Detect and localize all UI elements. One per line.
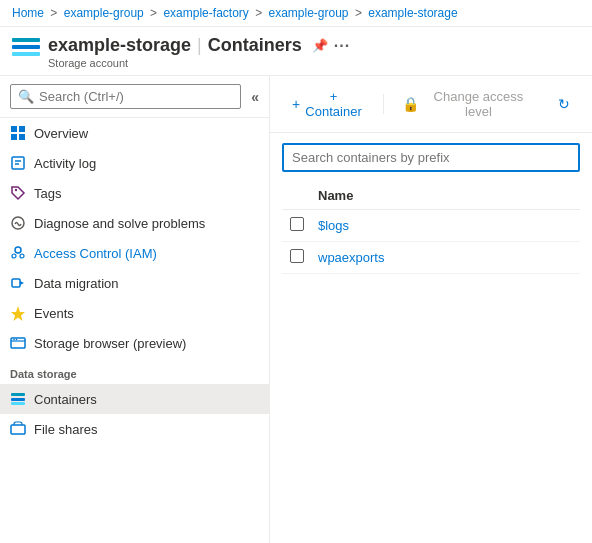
pin-icon[interactable]: 📌: [312, 38, 328, 53]
svg-rect-12: [12, 279, 20, 287]
storage-browser-icon: [10, 335, 26, 351]
search-icon: 🔍: [18, 89, 34, 104]
svg-rect-17: [11, 425, 25, 434]
sidebar-item-file-shares[interactable]: File shares: [0, 414, 269, 444]
page-header: example-storage | Containers 📌 ··· Stora…: [0, 27, 592, 76]
lock-icon: 🔒: [402, 96, 419, 112]
access-control-icon: [10, 245, 26, 261]
main-content: + + Container 🔒 Change access level ↻ Na…: [270, 76, 592, 543]
table-header: Name: [282, 182, 580, 210]
title-separator: |: [197, 35, 202, 56]
row-checkbox[interactable]: [290, 217, 318, 234]
file-shares-icon: [10, 421, 26, 437]
svg-rect-2: [11, 134, 17, 140]
change-access-button[interactable]: 🔒 Change access level: [392, 84, 544, 124]
breadcrumb: Home > example-group > example-factory >…: [0, 0, 592, 27]
breadcrumb-factory[interactable]: example-factory: [163, 6, 248, 20]
sidebar-item-containers[interactable]: Containers: [0, 384, 269, 414]
container-name[interactable]: wpaexports: [318, 250, 572, 265]
more-icon[interactable]: ···: [334, 37, 350, 55]
header-title-group: example-storage | Containers 📌 ··· Stora…: [48, 35, 350, 69]
sidebar-item-label: Overview: [34, 126, 88, 141]
diagnose-icon: [10, 215, 26, 231]
breadcrumb-group2[interactable]: example-group: [269, 6, 349, 20]
svg-rect-4: [12, 157, 24, 169]
containers-title: Containers: [208, 35, 302, 56]
svg-rect-1: [19, 126, 25, 132]
sidebar-item-label: Access Control (IAM): [34, 246, 157, 261]
add-icon: +: [292, 96, 300, 112]
sidebar-item-label: Events: [34, 306, 74, 321]
sidebar-item-access-control[interactable]: Access Control (IAM): [0, 238, 269, 268]
breadcrumb-home[interactable]: Home: [12, 6, 44, 20]
svg-rect-0: [11, 126, 17, 132]
main-layout: 🔍 « Overview Activity log: [0, 76, 592, 543]
checkbox-icon[interactable]: [290, 217, 304, 231]
table-row[interactable]: $logs: [282, 210, 580, 242]
content-area: Name $logs wpaexports: [270, 133, 592, 543]
sidebar-item-data-migration[interactable]: Data migration: [0, 268, 269, 298]
sidebar-item-label: Data migration: [34, 276, 119, 291]
overview-icon: [10, 125, 26, 141]
toolbar: + + Container 🔒 Change access level ↻: [270, 76, 592, 133]
sidebar-item-label: Containers: [34, 392, 97, 407]
sidebar-item-label: Storage browser (preview): [34, 336, 186, 351]
storage-icon: [12, 38, 40, 66]
refresh-button[interactable]: ↻: [548, 91, 580, 117]
refresh-icon: ↻: [558, 96, 570, 112]
row-checkbox[interactable]: [290, 249, 318, 266]
data-storage-section-label: Data storage: [0, 358, 269, 384]
sidebar-item-label: Activity log: [34, 156, 96, 171]
svg-point-15: [13, 339, 15, 341]
collapse-sidebar-button[interactable]: «: [251, 89, 259, 105]
sidebar-item-activity-log[interactable]: Activity log: [0, 148, 269, 178]
breadcrumb-group1[interactable]: example-group: [64, 6, 144, 20]
svg-point-11: [20, 254, 24, 258]
svg-point-16: [16, 339, 18, 341]
containers-icon: [10, 391, 26, 407]
activity-log-icon: [10, 155, 26, 171]
add-container-button[interactable]: + + Container: [282, 84, 375, 124]
sidebar-item-label: Tags: [34, 186, 61, 201]
nav-list: Overview Activity log Tags: [0, 118, 269, 543]
add-container-label: + Container: [302, 89, 365, 119]
data-migration-icon: [10, 275, 26, 291]
toolbar-separator: [383, 94, 384, 114]
svg-point-10: [12, 254, 16, 258]
sidebar-item-overview[interactable]: Overview: [0, 118, 269, 148]
storage-name: example-storage: [48, 35, 191, 56]
change-access-label: Change access level: [423, 89, 534, 119]
tags-icon: [10, 185, 26, 201]
svg-rect-3: [19, 134, 25, 140]
sidebar-item-diagnose[interactable]: Diagnose and solve problems: [0, 208, 269, 238]
sidebar-item-events[interactable]: Events: [0, 298, 269, 328]
svg-point-7: [15, 189, 17, 191]
page-subtitle: Storage account: [48, 57, 350, 69]
sidebar-item-storage-browser[interactable]: Storage browser (preview): [0, 328, 269, 358]
containers-table: Name $logs wpaexports: [282, 182, 580, 274]
sidebar-item-tags[interactable]: Tags: [0, 178, 269, 208]
sidebar-item-label: Diagnose and solve problems: [34, 216, 205, 231]
table-row[interactable]: wpaexports: [282, 242, 580, 274]
search-input[interactable]: [10, 84, 241, 109]
container-search-input[interactable]: [282, 143, 580, 172]
svg-point-9: [15, 247, 21, 253]
events-icon: [10, 305, 26, 321]
breadcrumb-storage[interactable]: example-storage: [368, 6, 457, 20]
container-name[interactable]: $logs: [318, 218, 572, 233]
svg-rect-13: [11, 338, 25, 348]
page-title: example-storage | Containers 📌 ···: [48, 35, 350, 56]
sidebar-item-label: File shares: [34, 422, 98, 437]
name-column-header: Name: [318, 188, 572, 203]
checkbox-icon[interactable]: [290, 249, 304, 263]
sidebar: 🔍 « Overview Activity log: [0, 76, 270, 543]
sidebar-search-box: 🔍 «: [0, 76, 269, 118]
